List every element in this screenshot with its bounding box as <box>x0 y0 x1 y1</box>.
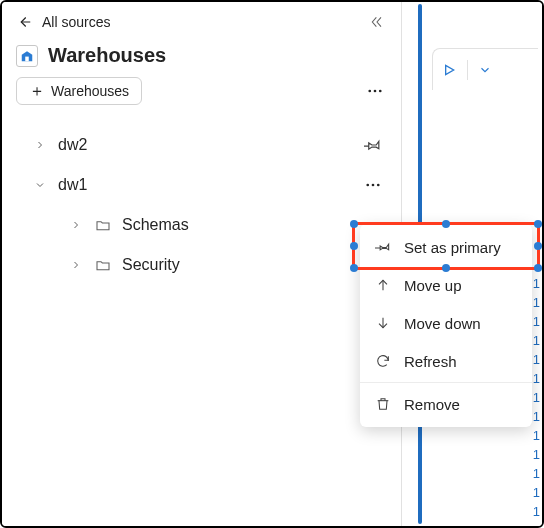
sidebar-header: All sources <box>2 2 401 38</box>
title-row: Warehouses <box>2 38 401 77</box>
menu-label: Set as primary <box>404 239 501 256</box>
tree-label: dw1 <box>58 176 87 194</box>
warehouse-icon <box>16 45 38 67</box>
more-icon[interactable] <box>359 171 387 199</box>
chevron-right-icon[interactable] <box>32 137 48 153</box>
filter-more-icon[interactable] <box>363 79 387 103</box>
trash-icon <box>374 395 392 413</box>
line-numbers: 1 1 1 1 1 1 1 1 1 1 1 1 1 <box>533 274 540 521</box>
collapse-panel-icon[interactable] <box>367 12 387 32</box>
tree-item-security[interactable]: Security <box>16 245 387 285</box>
chevron-down-icon[interactable] <box>478 63 492 77</box>
page-title: Warehouses <box>48 44 166 67</box>
back-arrow-icon[interactable] <box>16 13 34 31</box>
tree-label: Security <box>122 256 180 274</box>
tree-item-dw1[interactable]: dw1 <box>16 165 387 205</box>
menu-item-refresh[interactable]: Refresh <box>360 342 532 380</box>
menu-item-move-up[interactable]: Move up <box>360 266 532 304</box>
folder-icon <box>94 216 112 234</box>
refresh-icon <box>374 352 392 370</box>
menu-label: Move down <box>404 315 481 332</box>
filter-row: ＋ Warehouses <box>2 77 401 119</box>
arrow-up-icon <box>374 276 392 294</box>
chevron-right-icon[interactable] <box>68 217 84 233</box>
add-warehouse-chip[interactable]: ＋ Warehouses <box>16 77 142 105</box>
arrow-down-icon <box>374 314 392 332</box>
menu-separator <box>360 382 532 383</box>
menu-label: Refresh <box>404 353 457 370</box>
menu-item-move-down[interactable]: Move down <box>360 304 532 342</box>
menu-label: Remove <box>404 396 460 413</box>
plus-icon: ＋ <box>29 83 45 99</box>
chevron-right-icon[interactable] <box>68 257 84 273</box>
tree-label: Schemas <box>122 216 189 234</box>
pin-icon[interactable] <box>359 131 387 159</box>
pin-icon <box>374 238 392 256</box>
tree-item-dw2[interactable]: dw2 <box>16 125 387 165</box>
menu-item-set-primary[interactable]: Set as primary <box>360 228 532 266</box>
svg-point-3 <box>379 90 382 93</box>
sidebar: All sources Warehouses ＋ Warehouses <box>2 2 402 526</box>
chevron-down-icon[interactable] <box>32 177 48 193</box>
menu-label: Move up <box>404 277 462 294</box>
tree: dw2 dw1 <box>2 119 401 291</box>
svg-point-5 <box>372 184 375 187</box>
chip-label: Warehouses <box>51 83 129 99</box>
tree-item-schemas[interactable]: Schemas <box>16 205 387 245</box>
folder-icon <box>94 256 112 274</box>
tree-label: dw2 <box>58 136 87 154</box>
breadcrumb-label[interactable]: All sources <box>42 14 110 30</box>
toolbar <box>432 48 538 90</box>
svg-point-2 <box>374 90 377 93</box>
context-menu: Set as primary Move up Move down Refresh… <box>360 224 532 427</box>
menu-item-remove[interactable]: Remove <box>360 385 532 423</box>
svg-rect-0 <box>25 56 29 61</box>
divider <box>467 60 468 80</box>
svg-point-6 <box>377 184 380 187</box>
run-icon[interactable] <box>441 62 457 78</box>
svg-point-4 <box>366 184 369 187</box>
svg-point-1 <box>368 90 371 93</box>
